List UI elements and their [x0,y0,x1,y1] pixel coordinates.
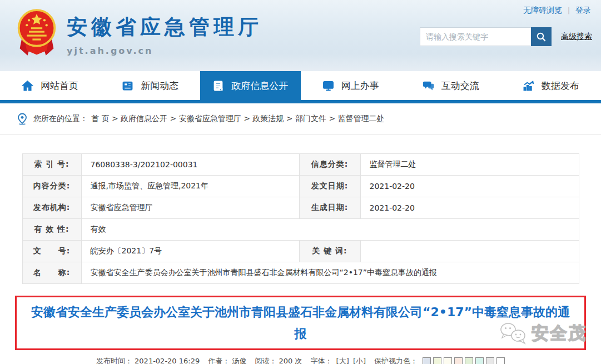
table-row: 有 效 性: 有效 [22,219,579,241]
doc-number-value: 皖安办〔2021〕7号 [81,241,299,262]
issue-date-value: 2021-02-20 [360,176,579,197]
publish-time: 发布时间： 2021-02-20 16:29 [96,356,200,364]
content-class-label: 内容分类: [22,176,81,197]
nav-item-data[interactable]: 数据发布 [501,71,601,100]
gen-date-label: 生成日期: [299,197,360,219]
advanced-search-link[interactable]: 高级搜索 [561,32,592,42]
eye-protection-label: 保护视力色： [374,356,418,364]
article-meta: 发布时间： 2021-02-20 16:29 作者： 汤俊 阅读： 200 次 … [0,356,601,364]
eye-protection-swatch[interactable] [423,357,431,364]
main-nav: 网站首页 新闻动态 政府信息公开 网上办事 [0,71,601,103]
gen-date-value: 2021-02-20 [360,197,579,219]
table-row: 索 引 号: 76080338-3/202102-00031 信息分类: 监督管… [22,154,579,176]
font-size-controls: 字体： [大] [小] [310,356,366,364]
search-button[interactable] [531,27,552,46]
doc-name-value: 安徽省安全生产委员会办公室关于池州市青阳县盛石非金属材料有限公司“2•17”中毒… [81,262,579,284]
author: 作者： 汤俊 [208,356,246,364]
eye-protection-swatch[interactable] [465,357,473,364]
font-size-label: 字体： [310,357,332,364]
read-count: 阅读： 200 次 [255,356,302,364]
document-icon [212,80,224,92]
table-row: 文 号: 皖安办〔2021〕7号 关 键 词: [22,241,579,262]
index-number-label: 索 引 号: [22,154,81,176]
login-link[interactable]: 登录 [575,6,591,16]
info-class-label: 信息分类: [299,154,360,176]
news-icon [122,80,133,92]
accessibility-link[interactable]: 无障碍浏览 [523,6,562,16]
nav-item-label: 网站首页 [41,79,78,92]
eye-protection-swatch[interactable] [475,357,484,364]
breadcrumb: 您所在的位置： 首 页 > 政府信息公开 > 安徽省应急管理厅 > 政策法规 >… [0,103,601,134]
keywords-value [360,241,579,262]
site-brand: 安徽省应急管理厅 yjt.ah.gov.cn [16,8,262,57]
info-class-value: 监督管理二处 [360,154,579,176]
eye-protection-swatch[interactable] [496,357,505,364]
chart-icon [523,80,534,92]
eye-protection-swatch[interactable] [454,357,463,364]
issue-date-label: 发文日期: [299,176,360,197]
font-small-button[interactable]: [小] [353,357,366,364]
content-class-value: 通报,市场监管、应急管理,2021年 [81,176,299,197]
national-emblem-logo [16,8,58,57]
doc-name-label: 名 称: [22,262,81,284]
font-large-button[interactable]: [大] [336,357,349,364]
main-content: 索 引 号: 76080338-3/202102-00031 信息分类: 监督管… [0,134,601,364]
nav-item-home[interactable]: 网站首页 [0,71,100,100]
breadcrumb-path[interactable]: 首 页 > 政府信息公开 > 安徽省应急管理厅 > 政策法规 > 部门文件 > … [91,114,385,124]
breadcrumb-prefix: 您所在的位置： [33,114,88,124]
article-title-box: 安徽省安全生产委员会办公室关于池州市青阳县盛石非金属材料有限公司“2•17”中毒… [15,296,586,350]
eye-protection-swatch[interactable] [486,357,494,364]
keywords-label: 关 键 词: [299,241,360,262]
nav-item-label: 政府信息公开 [231,79,288,92]
topbar-separator: | [568,7,570,14]
nav-item-gov-info[interactable]: 政府信息公开 [200,71,300,100]
topbar: 无障碍浏览 | 登录 [523,6,591,16]
nav-item-label: 新闻动态 [141,79,178,92]
doc-number-label: 文 号: [22,241,81,262]
search-icon [536,32,547,42]
site-url: yjt.ah.gov.cn [67,46,262,56]
agency-value: 安徽省应急管理厅 [81,197,299,219]
nav-item-news[interactable]: 新闻动态 [100,71,200,100]
table-row: 名 称: 安徽省安全生产委员会办公室关于池州市青阳县盛石非金属材料有限公司“2•… [22,262,579,284]
nav-item-label: 数据发布 [542,79,579,92]
eye-protection-swatches [423,357,505,364]
agency-label: 发布机构: [22,197,81,219]
page-header: 无障碍浏览 | 登录 安徽省应急管理厅 yjt.ah.gov.cn [0,0,601,71]
validity-value: 有效 [81,219,579,241]
site-name: 安徽省应急管理厅 [67,13,262,41]
document-info-table: 索 引 号: 76080338-3/202102-00031 信息分类: 监督管… [22,153,579,284]
table-row: 发布机构: 安徽省应急管理厅 生成日期: 2021-02-20 [22,197,579,219]
nav-item-online-services[interactable]: 网上办事 [301,71,401,100]
search-area: 高级搜索 [420,27,592,46]
chat-bubbles-icon [423,80,434,92]
brand-text: 安徽省应急管理厅 yjt.ah.gov.cn [67,8,262,56]
location-pin-icon [17,113,28,125]
index-number-value: 76080338-3/202102-00031 [81,154,299,176]
article-title: 安徽省安全生产委员会办公室关于池州市青阳县盛石非金属材料有限公司“2•17”中毒… [31,305,570,341]
monitor-icon [322,80,334,92]
nav-item-label: 网上办事 [341,79,379,92]
home-icon [22,80,33,92]
search-input[interactable] [420,27,531,46]
nav-item-interaction[interactable]: 互动交流 [401,71,501,100]
validity-label: 有 效 性: [22,219,81,241]
eye-protection-swatch[interactable] [444,357,452,364]
table-row: 内容分类: 通报,市场监管、应急管理,2021年 发文日期: 2021-02-2… [22,176,579,197]
nav-item-label: 互动交流 [441,79,479,92]
eye-protection-swatch[interactable] [433,357,441,364]
